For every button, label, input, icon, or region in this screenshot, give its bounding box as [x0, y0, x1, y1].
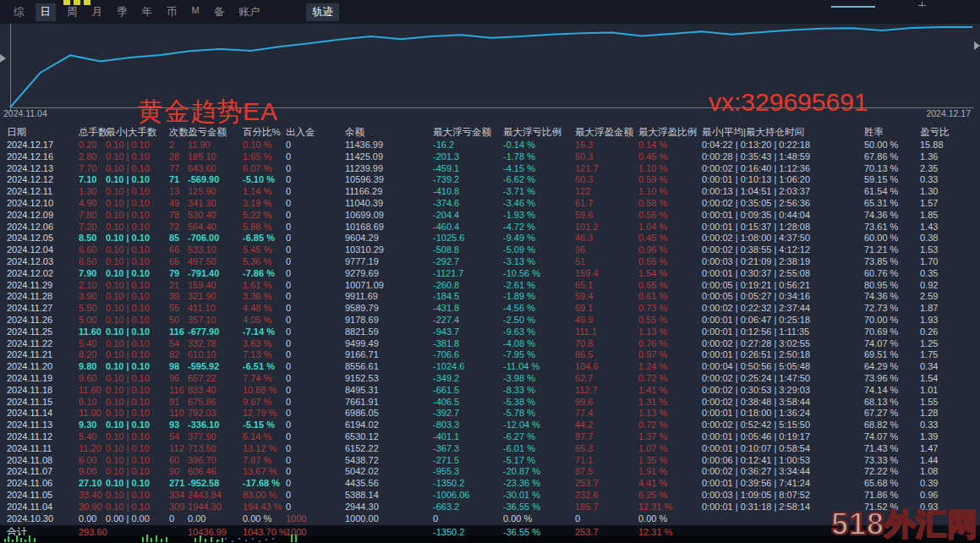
tab-日[interactable]: 日 [36, 3, 57, 21]
cell-max-float-loss-ratio: -23.36 % [503, 478, 575, 490]
cell-win-rate: 74.07 % [864, 338, 920, 350]
cell-win-rate: 70.00 % [864, 315, 920, 326]
cell-balance: 8821.59 [345, 326, 433, 338]
table-row[interactable]: 2024.12.067.200.10 | 0.1072564.405.88 %0… [0, 222, 980, 233]
table-row[interactable]: 2024.12.111.300.10 | 0.1013125.901.14 %0… [0, 186, 980, 198]
cell-pnl-amount: 321.90 [188, 291, 243, 303]
table-row[interactable]: 2024.11.225.400.10 | 0.1054332.783.63 %0… [0, 338, 980, 350]
cell-max-float-profit: 77.4 [575, 408, 638, 420]
cell-holding-time: 0:00:01 | 0:05:46 | 0:19:17 [702, 431, 864, 443]
table-row[interactable]: 2024.11.125.400.10 | 0.1054377.906.14 %0… [0, 431, 980, 443]
cell-pnl-amount: 159.40 [188, 280, 243, 292]
table-row[interactable]: 2024.12.097.800.10 | 0.1078530.405.22 %0… [0, 210, 980, 222]
cell-max-float-profit-ratio: 1.07 % [638, 443, 702, 455]
cell-holding-time: 0:00:03 | 0:21:09 | 2:38:19 [702, 256, 864, 268]
cell-date: 2024.12.16 [7, 151, 79, 163]
cell-pnl-percent: 1.14 % [243, 186, 286, 198]
cell-win-rate: 65.31 % [864, 198, 920, 210]
table-row[interactable]: 2024.11.199.600.10 | 0.1096657.227.74 %0… [0, 373, 980, 385]
cell-total-lots: 9.60 [79, 373, 106, 385]
tab-年[interactable]: 年 [139, 3, 156, 21]
table-row[interactable]: 2024.11.159.100.10 | 0.1091675.869.67 %0… [0, 397, 980, 409]
cell-pnl-amount: 792.03 [188, 408, 243, 420]
cell-max-float-profit: 65.1 [575, 280, 638, 292]
cell-total-lots: 11.60 [79, 385, 106, 397]
cell-deposit-withdrawal: 0 [286, 268, 345, 280]
cell-max-float-loss-ratio: -5.09 % [503, 244, 575, 256]
cell-balance: 2944.30 [345, 502, 433, 513]
table-row[interactable]: 2024.11.0533.400.10 | 0.103342443.8483.0… [0, 490, 980, 502]
cell-holding-time: 0:00:02 | 0:35:05 | 2:56:36 [702, 198, 864, 210]
cell-pnl-percent: -7.86 % [243, 268, 286, 280]
cell-win-rate: 80.95 % [864, 280, 920, 292]
cell-max-float-profit: 44.2 [575, 420, 638, 431]
table-row[interactable]: 2024.11.0627.100.10 | 0.10271-952.58-17.… [0, 478, 980, 490]
cell-min-max-lots: 0.10 | 0.10 [106, 326, 169, 338]
table-row[interactable]: 2024.11.275.500.10 | 0.1055411.104.48 %0… [0, 303, 980, 315]
cell-max-float-loss: -508.8 [433, 244, 503, 256]
table-row[interactable]: 2024.12.162.800.10 | 0.1028185.101.65 %0… [0, 151, 980, 163]
tab-备[interactable]: 备 [211, 3, 228, 21]
table-row[interactable]: 2024.11.2511.600.10 | 0.10116-677.90-7.1… [0, 326, 980, 338]
cell-total-lots: 9.80 [79, 361, 106, 373]
cell-date: 2024.12.03 [7, 256, 79, 268]
cell-profit-loss-ratio: 1.08 [920, 466, 971, 478]
cell-win-rate: 65.68 % [864, 478, 920, 490]
table-row[interactable]: 2024.12.137.700.10 | 0.1077643.606.07 %0… [0, 163, 980, 175]
cell-balance: 1000.00 [345, 513, 433, 525]
table-row[interactable]: 2024.11.079.000.10 | 0.1090606.4613.67 %… [0, 466, 980, 478]
cell-max-float-loss-ratio: -2.50 % [503, 315, 575, 326]
cell-max-float-profit-ratio: 1.10 % [638, 163, 702, 175]
cell-balance: 6986.05 [345, 408, 433, 420]
cell-holding-time: 0:00:02 | 0:22:32 | 2:37:44 [702, 303, 864, 315]
tab-季[interactable]: 季 [113, 3, 131, 21]
cell-total-lots: 4.90 [79, 198, 106, 210]
table-row[interactable]: 2024.11.086.000.10 | 0.1060396.707.87 %0… [0, 455, 980, 467]
cell-holding-time: 0:00:13 | 1:04:51 | 2:03:37 [702, 186, 864, 198]
cell-pnl-amount: 377.90 [188, 431, 243, 443]
cell-max-float-loss: 0 [433, 513, 503, 525]
cell-pnl-amount: -569.90 [188, 174, 243, 186]
tab-月[interactable]: 月 [89, 3, 107, 21]
tab-综[interactable]: 综 [10, 3, 28, 21]
table-row[interactable]: 2024.12.036.500.10 | 0.1065497.505.36 %0… [0, 256, 980, 268]
tab-账户[interactable]: 账户 [235, 3, 263, 21]
cell-profit-loss-ratio: 1.30 [920, 186, 971, 198]
table-row[interactable]: 2024.11.1411.000.10 | 0.10110792.0312.79… [0, 408, 980, 420]
tab-M[interactable]: M [189, 3, 203, 21]
table-row[interactable]: 2024.12.046.600.10 | 0.1066533.105.45 %0… [0, 244, 980, 256]
cell-pnl-percent: 6.14 % [243, 431, 286, 443]
cell-deposit-withdrawal: 0 [286, 385, 345, 397]
cell-profit-loss-ratio: 2.59 [920, 291, 971, 303]
column-header: 盈亏金额 [188, 124, 243, 140]
tab-周[interactable]: 周 [63, 3, 81, 21]
table-row[interactable]: 2024.12.104.900.10 | 0.1049341.303.19 %0… [0, 198, 980, 210]
cell-max-float-profit: 16.3 [575, 140, 638, 151]
table-row[interactable]: 2024.11.139.300.10 | 0.1093-336.10-5.15 … [0, 420, 980, 431]
table-row[interactable]: 2024.11.265.000.10 | 0.1050357.104.05 %0… [0, 315, 980, 326]
cell-pnl-amount: 396.70 [188, 455, 243, 467]
table-row[interactable]: 2024.11.283.900.10 | 0.1039321.903.36 %0… [0, 291, 980, 303]
tab-币[interactable]: 币 [163, 3, 181, 21]
cell-win-rate: 71.86 % [864, 490, 920, 502]
table-row[interactable]: 2024.12.027.900.10 | 0.1079-791.40-7.86 … [0, 268, 980, 280]
table-row[interactable]: 2024.11.218.200.10 | 0.1082610.107.13 %0… [0, 349, 980, 361]
cell-max-float-loss-ratio: -3.98 % [503, 373, 575, 385]
cell-trade-count: 66 [169, 244, 188, 256]
cell-trade-count: 98 [169, 361, 188, 373]
table-row[interactable]: 2024.12.170.200.10 | 0.10211.900.10 %011… [0, 140, 980, 151]
cell-win-rate: 74.07 % [864, 431, 920, 443]
table-row[interactable]: 2024.11.1811.600.10 | 0.10116833.4010.88… [0, 385, 980, 397]
cell-trade-count: 49 [169, 198, 188, 210]
table-row[interactable]: 2024.11.1111.200.10 | 0.10112713.5013.12… [0, 443, 980, 455]
table-row[interactable]: 2024.11.209.800.10 | 0.1098-595.92-6.51 … [0, 361, 980, 373]
table-row[interactable]: 2024.12.127.100.10 | 0.1071-569.90-5.10 … [0, 174, 980, 186]
trace-button[interactable]: 轨迹 [306, 3, 339, 21]
cell-max-float-loss: -184.5 [433, 291, 503, 303]
cell-trade-count: 13 [169, 186, 188, 198]
cell-balance: 8556.61 [345, 361, 433, 373]
cell-date: 2024.10.30 [7, 513, 79, 525]
cell-trade-count: 82 [169, 349, 188, 361]
table-row[interactable]: 2024.11.292.100.10 | 0.1021159.401.61 %0… [0, 280, 980, 292]
table-row[interactable]: 2024.12.058.500.10 | 0.1085-706.00-6.85 … [0, 233, 980, 244]
